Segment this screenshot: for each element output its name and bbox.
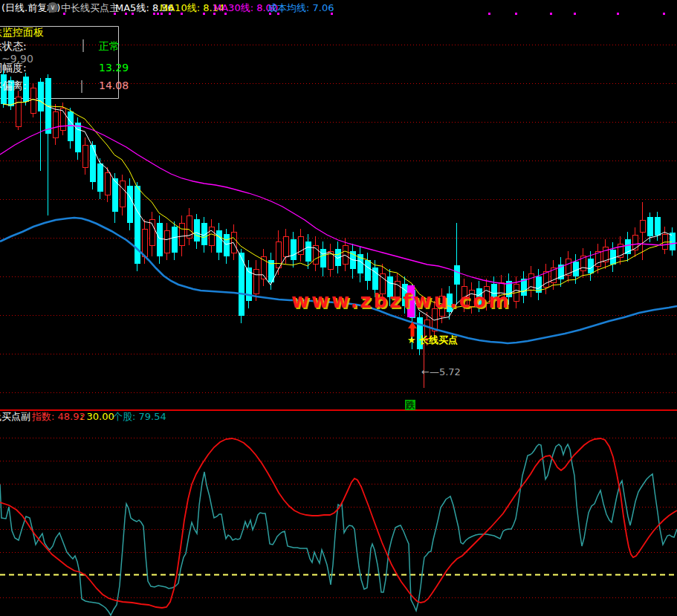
sub-index-readout: 指数: 48.92	[32, 411, 85, 423]
main-gridlines	[0, 45, 677, 393]
panel-title: 跌监控面板	[0, 26, 44, 38]
sub-stock-readout: 个股: 79.54	[113, 411, 166, 423]
oscillator-lines	[0, 438, 677, 615]
sub-mid-readout: : 30.00	[80, 411, 114, 423]
panel-range-label: 调幅度:	[0, 62, 27, 74]
buy-signal-label: 长线买点	[419, 334, 458, 346]
main-indicator-name[interactable]: 中长线买点主	[61, 2, 119, 14]
panel-range-value: 13.29	[99, 62, 129, 74]
panel-bias-label: 本偏离:	[0, 80, 27, 91]
site-watermark: www.zbzfwu.com	[291, 295, 511, 307]
cost-line-readout: 成本均线: 7.06	[268, 2, 334, 14]
fall-badge: 跌	[405, 400, 415, 410]
panel-state-value: 正常	[99, 40, 120, 52]
sub-gridlines	[0, 438, 677, 598]
panel-state-label: 跌状态:	[0, 40, 27, 52]
price-callout: ←—5.72	[421, 366, 461, 378]
collapse-chevron-icon[interactable]: ∨	[48, 2, 58, 13]
sub-indicator-name[interactable]: 线买点副	[0, 411, 30, 423]
panel-bias-value: 14.08	[99, 80, 129, 91]
candles-layer	[1, 71, 676, 355]
stock-app-window: (日线.前复权) ∨ 中长线买点主 MA5线: 8.36 MA10线: 8.14…	[0, 0, 677, 616]
buy-star-icon: ★	[407, 334, 416, 346]
